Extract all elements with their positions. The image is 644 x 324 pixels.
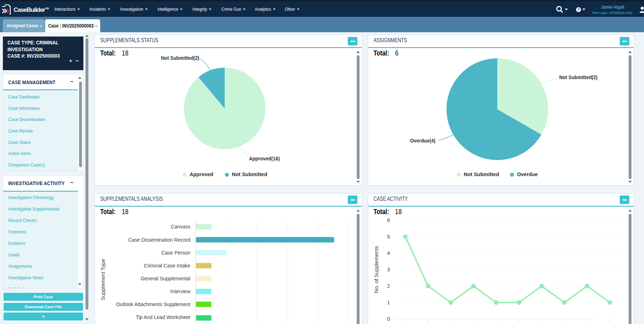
svg-text:2: 2 <box>387 283 390 289</box>
svg-text:No. of Supplements: No. of Supplements <box>373 246 379 293</box>
svg-text:Interview: Interview <box>170 289 191 294</box>
svg-text:Canvass: Canvass <box>171 224 190 229</box>
svg-text:Not Submitted: Not Submitted <box>464 171 499 177</box>
svg-text:Not Submitted(2): Not Submitted(2) <box>161 55 199 61</box>
svg-text:Overdue(4): Overdue(4) <box>410 138 435 144</box>
svg-text:Supplement Type: Supplement Type <box>100 259 106 300</box>
svg-text:Overdue: Overdue <box>517 171 538 177</box>
svg-text:3: 3 <box>387 266 390 272</box>
svg-text:Case Dissemination Record: Case Dissemination Record <box>128 237 190 243</box>
svg-text:Not Submitted(2): Not Submitted(2) <box>559 74 597 80</box>
svg-text:Not Submitted: Not Submitted <box>232 171 267 177</box>
svg-text:Criminal Case Intake: Criminal Case Intake <box>144 263 190 269</box>
svg-text:General Supplemental: General Supplemental <box>141 276 190 281</box>
svg-text:Tip And Lead Worksheet: Tip And Lead Worksheet <box>136 314 190 320</box>
svg-text:Approved: Approved <box>190 171 213 177</box>
svg-text:Approved(16): Approved(16) <box>249 156 280 161</box>
svg-text:0: 0 <box>387 316 390 322</box>
svg-text:6: 6 <box>387 217 390 223</box>
svg-text:Case Person: Case Person <box>161 250 190 256</box>
svg-text:1: 1 <box>387 299 390 305</box>
svg-text:Outlook Attachments Supplement: Outlook Attachments Supplement <box>116 301 190 307</box>
svg-text:5: 5 <box>387 233 390 240</box>
svg-text:4: 4 <box>387 250 390 256</box>
